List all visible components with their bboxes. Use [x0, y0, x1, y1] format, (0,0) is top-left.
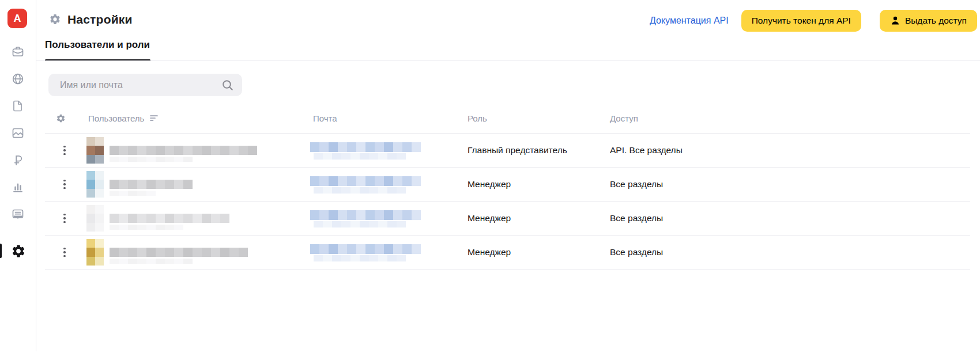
table-gear-icon: [56, 113, 66, 123]
sidebar-divider: [36, 0, 36, 351]
blurred-email: [314, 221, 406, 227]
chart-icon: [11, 180, 25, 194]
table-row: МенеджерВсе разделы: [45, 168, 970, 202]
sidebar: A: [0, 0, 36, 364]
sidebar-item-statistics[interactable]: [11, 180, 25, 194]
row-menu-button[interactable]: [61, 202, 69, 235]
blurred-name: [110, 146, 257, 155]
table-row: МенеджерВсе разделы: [45, 236, 970, 270]
tab-users-and-roles[interactable]: Пользователи и роли: [45, 39, 150, 51]
users-table: Пользователь Почта Роль Доступ Главный: [45, 103, 970, 270]
blurred-name: [110, 191, 156, 196]
api-docs-link[interactable]: Документация API: [650, 16, 729, 26]
ruble-icon: [11, 153, 25, 167]
blurred-email: [314, 153, 406, 160]
blurred-email: [310, 142, 421, 152]
table-row: МенеджерВсе разделы: [45, 202, 970, 236]
sidebar-item-orders[interactable]: [11, 45, 25, 59]
person-icon: [890, 16, 900, 26]
user-avatar-blurred: [86, 137, 104, 164]
settings-page: A: [0, 0, 980, 364]
column-access-label: Доступ: [610, 113, 638, 123]
search-icon[interactable]: [221, 79, 234, 92]
column-user-label: Пользователь: [88, 113, 144, 123]
user-access: Все разделы: [610, 168, 663, 201]
briefcase-icon: [11, 45, 25, 59]
user-role: Менеджер: [468, 168, 511, 201]
users-table-header: Пользователь Почта Роль Доступ: [45, 103, 970, 134]
image-icon: [11, 126, 25, 140]
get-api-token-button[interactable]: Получить токен для API: [741, 10, 861, 32]
sidebar-item-media[interactable]: [11, 126, 25, 140]
sidebar-active-indicator: [0, 244, 2, 258]
sidebar-item-messages[interactable]: [11, 207, 25, 221]
sidebar-item-finance[interactable]: [11, 153, 25, 167]
user-access: Все разделы: [610, 236, 663, 269]
grant-access-button[interactable]: Выдать доступ: [880, 10, 977, 32]
header-actions: Документация API Получить токен для API …: [650, 8, 977, 33]
column-header-email: Почта: [313, 103, 337, 133]
search-input[interactable]: [59, 79, 221, 91]
app-logo[interactable]: A: [7, 9, 27, 28]
sort-icon: [150, 115, 158, 122]
blurred-email: [314, 187, 406, 194]
column-settings-button[interactable]: [56, 103, 66, 133]
sidebar-item-settings[interactable]: [11, 244, 26, 259]
row-menu-button[interactable]: [61, 236, 69, 269]
user-access: API. Все разделы: [610, 134, 683, 167]
tabs-divider: [36, 60, 980, 61]
access-button-label: Выдать доступ: [905, 16, 967, 26]
settings-icon: [11, 244, 26, 259]
blurred-name: [110, 157, 193, 162]
user-avatar-blurred: [86, 205, 104, 232]
blurred-name: [110, 225, 183, 230]
column-header-access: Доступ: [610, 103, 638, 133]
blurred-name: [110, 248, 248, 257]
page-title: Настройки: [67, 12, 133, 27]
blurred-email: [310, 176, 421, 186]
column-role-label: Роль: [468, 113, 487, 123]
blurred-name: [110, 180, 193, 189]
column-header-role: Роль: [468, 103, 487, 133]
chat-icon: [11, 207, 25, 221]
blurred-name: [110, 214, 229, 223]
user-access: Все разделы: [610, 202, 663, 235]
user-avatar-blurred: [86, 239, 104, 266]
token-button-label: Получить токен для API: [752, 16, 851, 26]
user-role: Менеджер: [468, 236, 511, 269]
settings-gear-icon: [49, 13, 61, 25]
table-row: Главный представительAPI. Все разделы: [45, 134, 970, 168]
document-icon: [11, 99, 25, 113]
column-header-user[interactable]: Пользователь: [88, 103, 158, 133]
globe-icon: [11, 72, 25, 86]
blurred-name: [110, 259, 193, 264]
user-role: Менеджер: [468, 202, 511, 235]
blurred-email: [310, 210, 421, 220]
sidebar-item-documents[interactable]: [11, 99, 25, 113]
user-table-rows: Главный представительAPI. Все разделыМен…: [45, 134, 970, 270]
blurred-email: [314, 255, 406, 261]
search-box: [48, 74, 242, 96]
row-menu-button[interactable]: [61, 168, 69, 201]
user-role: Главный представитель: [468, 134, 567, 167]
blurred-email: [310, 244, 421, 254]
row-menu-button[interactable]: [61, 134, 69, 167]
sidebar-item-web[interactable]: [11, 72, 25, 86]
user-avatar-blurred: [86, 171, 104, 198]
column-email-label: Почта: [313, 113, 337, 123]
